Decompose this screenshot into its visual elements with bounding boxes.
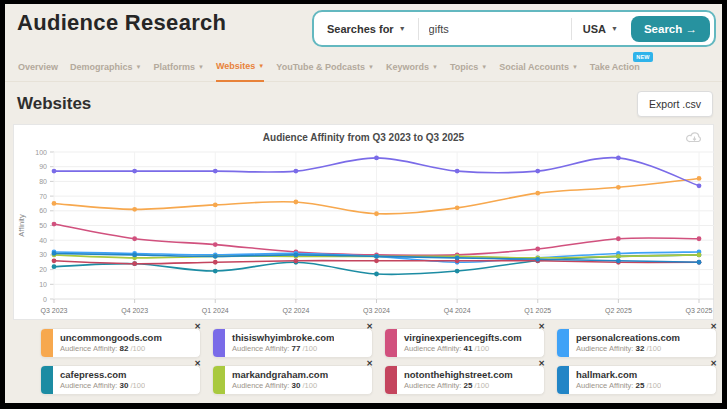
new-badge: NEW	[633, 52, 653, 62]
chevron-down-icon: ▼	[198, 64, 204, 70]
svg-text:Q1 2024: Q1 2024	[202, 307, 229, 315]
app-title: Audience Research	[17, 10, 226, 36]
series-name: notonthehighstreet.com	[404, 369, 513, 381]
nav-item-overview[interactable]: Overview	[18, 62, 58, 81]
nav-item-label: YouTube & Podcasts	[276, 62, 365, 72]
legend-card: cafepress.comAudience Affinity: 30 /100✕	[40, 365, 201, 395]
series-color-bar	[557, 366, 569, 394]
legend-card: hallmark.comAudience Affinity: 25 /100✕	[556, 365, 717, 395]
nav-item-label: Websites	[216, 61, 255, 71]
series-affinity-score: Audience Affinity: 25 /100	[404, 381, 513, 391]
search-mode-dropdown[interactable]: Searches for ▼	[314, 23, 418, 35]
main-nav: OverviewDemographics▼Platforms▼Websites▼…	[5, 47, 722, 82]
search-mode-label: Searches for	[327, 23, 394, 35]
legend-card: virginexperiencegifts.comAudience Affini…	[384, 328, 545, 358]
series-name: uncommongoods.com	[60, 332, 162, 344]
svg-text:Q1 2025: Q1 2025	[524, 307, 551, 315]
series-affinity-score: Audience Affinity: 30 /100	[60, 381, 145, 391]
nav-item-label: Topics	[450, 62, 478, 72]
close-icon[interactable]: ✕	[710, 359, 717, 368]
chevron-down-icon: ▼	[432, 64, 438, 70]
legend-card: notonthehighstreet.comAudience Affinity:…	[384, 365, 545, 395]
svg-text:0: 0	[43, 296, 47, 303]
series-color-bar	[41, 329, 53, 357]
affinity-line-chart[interactable]: 0102030405060708090100Q3 2023Q4 2023Q1 2…	[14, 139, 722, 319]
close-icon[interactable]: ✕	[538, 322, 545, 331]
close-icon[interactable]: ✕	[710, 322, 717, 331]
series-color-bar	[557, 329, 569, 357]
series-name: cafepress.com	[60, 369, 145, 381]
series-color-bar	[213, 329, 225, 357]
svg-text:20: 20	[39, 266, 47, 273]
chevron-down-icon: ▼	[611, 25, 618, 32]
svg-text:Affinity: Affinity	[17, 214, 26, 237]
top-bar: Audience Research Searches for ▼ USA ▼ S…	[5, 4, 722, 47]
svg-text:30: 30	[39, 251, 47, 258]
nav-item-youtube-podcasts[interactable]: YouTube & Podcasts▼	[276, 62, 374, 81]
search-button[interactable]: Search →	[631, 16, 710, 42]
svg-text:Q3 2023: Q3 2023	[41, 307, 68, 315]
search-input[interactable]	[419, 23, 571, 35]
nav-item-label: Demographics	[70, 62, 133, 72]
close-icon[interactable]: ✕	[194, 322, 201, 331]
chevron-down-icon: ▼	[572, 64, 578, 70]
svg-text:Q2 2024: Q2 2024	[282, 307, 309, 315]
legend-card: markandgraham.comAudience Affinity: 30 /…	[212, 365, 373, 395]
svg-text:Q4 2023: Q4 2023	[121, 307, 148, 315]
series-affinity-score: Audience Affinity: 77 /100	[232, 344, 334, 354]
series-color-bar	[41, 366, 53, 394]
app-window: Audience Research Searches for ▼ USA ▼ S…	[0, 0, 727, 409]
svg-text:40: 40	[39, 237, 47, 244]
close-icon[interactable]: ✕	[194, 359, 201, 368]
chevron-down-icon: ▼	[136, 64, 142, 70]
series-color-bar	[385, 329, 397, 357]
nav-item-label: Overview	[18, 62, 58, 72]
affinity-chart-panel: Audience Affinity from Q3 2023 to Q3 202…	[13, 124, 714, 320]
export-csv-button[interactable]: Export .csv	[637, 91, 713, 117]
legend-card: thisiswhyimbroke.comAudience Affinity: 7…	[212, 328, 373, 358]
chevron-down-icon: ▼	[481, 64, 487, 70]
app-content: Audience Research Searches for ▼ USA ▼ S…	[5, 4, 722, 403]
nav-item-label: Platforms	[154, 62, 196, 72]
nav-item-label: Social Accounts	[499, 62, 569, 72]
svg-text:Q2 2025: Q2 2025	[605, 307, 632, 315]
nav-item-demographics[interactable]: Demographics▼	[70, 62, 141, 81]
nav-item-topics[interactable]: Topics▼	[450, 62, 487, 81]
series-color-bar	[385, 366, 397, 394]
svg-text:10: 10	[39, 281, 47, 288]
page-header: Websites Export .csv	[5, 82, 722, 124]
chevron-down-icon: ▼	[399, 25, 406, 32]
close-icon[interactable]: ✕	[538, 359, 545, 368]
series-affinity-score: Audience Affinity: 82 /100	[60, 344, 162, 354]
nav-item-social-accounts[interactable]: Social Accounts▼	[499, 62, 578, 81]
series-name: markandgraham.com	[232, 369, 328, 381]
nav-item-label: Take Action	[590, 62, 640, 72]
series-affinity-score: Audience Affinity: 32 /100	[576, 344, 680, 354]
series-name: thisiswhyimbroke.com	[232, 332, 334, 344]
legend-card: uncommongoods.comAudience Affinity: 82 /…	[40, 328, 201, 358]
svg-text:90: 90	[39, 163, 47, 170]
series-name: personalcreations.com	[576, 332, 680, 344]
svg-text:80: 80	[39, 178, 47, 185]
svg-text:Q3 2025: Q3 2025	[686, 307, 713, 315]
nav-item-label: Keywords	[386, 62, 429, 72]
country-dropdown[interactable]: USA ▼	[572, 23, 629, 35]
series-affinity-score: Audience Affinity: 25 /100	[576, 381, 661, 391]
svg-text:100: 100	[35, 149, 47, 156]
series-name: virginexperiencegifts.com	[404, 332, 522, 344]
nav-item-keywords[interactable]: Keywords▼	[386, 62, 438, 81]
series-color-bar	[213, 366, 225, 394]
search-bar: Searches for ▼ USA ▼ Search →	[312, 10, 716, 47]
svg-text:Q3 2024: Q3 2024	[363, 307, 390, 315]
svg-text:50: 50	[39, 222, 47, 229]
series-affinity-score: Audience Affinity: 41 /100	[404, 344, 522, 354]
svg-text:Q4 2024: Q4 2024	[444, 307, 471, 315]
nav-item-take-action[interactable]: Take ActionNEW	[590, 62, 640, 81]
svg-text:60: 60	[39, 207, 47, 214]
close-icon[interactable]: ✕	[366, 322, 373, 331]
close-icon[interactable]: ✕	[366, 359, 373, 368]
legend-card: personalcreations.comAudience Affinity: …	[556, 328, 717, 358]
nav-item-websites[interactable]: Websites▼	[216, 61, 264, 82]
chevron-down-icon: ▼	[258, 63, 264, 69]
nav-item-platforms[interactable]: Platforms▼	[154, 62, 204, 81]
